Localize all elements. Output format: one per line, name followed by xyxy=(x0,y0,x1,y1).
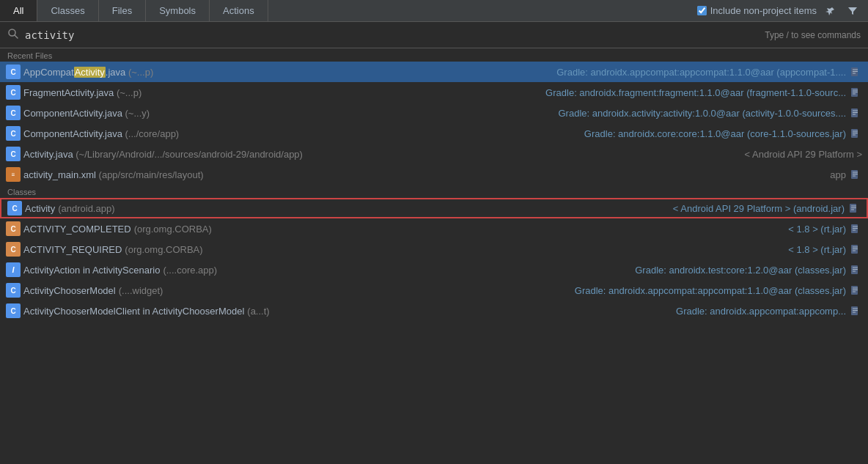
include-non-project-text: Include non-project items xyxy=(710,5,817,16)
result-package: (android.app) xyxy=(58,203,114,214)
result-row[interactable]: C ActivityChooserModelClient in Activity… xyxy=(0,301,868,321)
result-package: (....core.app) xyxy=(163,265,217,276)
result-location: Gradle: androidx.activity:activity:1.0.0… xyxy=(552,108,846,119)
result-name: AppCompatActivity.java (~...p) xyxy=(23,67,153,78)
result-location: Gradle: androidx.appcompat:appcompat:1.1… xyxy=(569,285,846,296)
result-row[interactable]: C ComponentActivity.java (.../core/app) … xyxy=(0,123,868,144)
tab-all[interactable]: All xyxy=(0,0,37,21)
file-icon xyxy=(849,108,862,118)
tab-spacer xyxy=(268,0,690,21)
result-icon: C xyxy=(6,147,21,161)
result-name: Activity.java (~/Library/Android/.../sou… xyxy=(23,149,303,160)
result-package: (org.omg.CORBA) xyxy=(134,224,212,235)
result-icon: C xyxy=(7,201,22,216)
tab-symbols[interactable]: Symbols xyxy=(146,0,210,21)
result-name: ComponentActivity.java (.../core/app) xyxy=(23,128,179,139)
file-icon xyxy=(849,306,862,316)
result-name: FragmentActivity.java (~...p) xyxy=(23,87,141,98)
result-location: app xyxy=(824,169,846,180)
result-row[interactable]: ≡ activity_main.xml (app/src/main/res/la… xyxy=(0,164,868,185)
file-icon xyxy=(849,285,862,295)
result-name: ActivityAction in ActivityScenario xyxy=(23,265,160,276)
result-icon: C xyxy=(6,221,21,236)
result-icon: ≡ xyxy=(6,167,21,182)
result-row[interactable]: C AppCompatActivity.java (~...p) Gradle:… xyxy=(0,62,868,82)
result-row[interactable]: C ActivityChooserModel (....widget) Grad… xyxy=(0,280,868,301)
tab-options: Include non-project items xyxy=(690,0,868,21)
svg-line-1 xyxy=(15,35,18,38)
search-icon xyxy=(7,28,19,42)
result-row[interactable]: I ActivityAction in ActivityScenario (..… xyxy=(0,259,868,280)
result-name: ActivityChooserModelClient in ActivityCh… xyxy=(23,306,244,317)
result-row[interactable]: C ACTIVITY_COMPLETED (org.omg.CORBA) < 1… xyxy=(0,218,868,239)
result-location: < Android API 29 Platform > (android.jar… xyxy=(667,203,845,214)
result-name: ComponentActivity.java (~...y) xyxy=(23,108,150,119)
tab-bar: All Classes Files Symbols Actions Includ… xyxy=(0,0,868,22)
search-hint: Type / to see commands xyxy=(765,30,861,40)
result-row[interactable]: C Activity (android.app) < Android API 2… xyxy=(0,198,868,218)
result-icon: I xyxy=(6,262,21,277)
result-location: Gradle: androidx.core:core:1.1.0@aar (co… xyxy=(578,128,846,139)
result-location: Gradle: androidx.appcompat:appcomp... xyxy=(670,306,846,317)
tab-actions[interactable]: Actions xyxy=(210,0,268,21)
result-icon: C xyxy=(6,303,21,318)
result-icon: C xyxy=(6,283,21,298)
result-row[interactable]: C FragmentActivity.java (~...p) Gradle: … xyxy=(0,82,868,103)
tab-classes[interactable]: Classes xyxy=(37,0,98,21)
tab-files[interactable]: Files xyxy=(99,0,146,21)
section-classes: Classes xyxy=(0,185,868,198)
result-name: ACTIVITY_COMPLETED xyxy=(23,224,131,235)
file-icon xyxy=(849,128,862,139)
result-location: Gradle: androidx.fragment:fragment:1.1.0… xyxy=(540,87,846,98)
pin-button[interactable] xyxy=(823,4,839,18)
file-icon xyxy=(847,203,861,213)
result-location: < 1.8 > (rt.jar) xyxy=(782,244,846,255)
result-location: Gradle: androidx.test:core:1.2.0@aar (cl… xyxy=(629,265,846,276)
section-recent-files: Recent Files xyxy=(0,48,868,62)
search-input[interactable]: activity xyxy=(25,29,759,41)
result-package: (a...t) xyxy=(247,306,269,317)
filter-button[interactable] xyxy=(845,4,861,18)
result-icon: C xyxy=(6,65,21,79)
result-icon: C xyxy=(6,106,21,120)
result-name: activity_main.xml (app/src/main/res/layo… xyxy=(23,169,204,180)
result-location: < 1.8 > (rt.jar) xyxy=(782,224,846,235)
file-icon xyxy=(849,244,862,254)
file-icon xyxy=(849,67,862,77)
result-package: (org.omg.CORBA) xyxy=(125,244,202,255)
result-name: ACTIVITY_REQUIRED xyxy=(23,244,122,255)
result-name: ActivityChooserModel xyxy=(23,285,116,296)
file-icon xyxy=(849,87,862,97)
result-icon: C xyxy=(6,242,21,257)
result-package: (....widget) xyxy=(119,285,163,296)
results-list: Recent Files C AppCompatActivity.java (~… xyxy=(0,48,868,463)
include-non-project-label[interactable]: Include non-project items xyxy=(697,5,817,16)
result-icon: C xyxy=(6,126,21,141)
result-location: < Android API 29 Platform > xyxy=(739,149,862,160)
result-icon: C xyxy=(6,85,21,100)
result-location: Gradle: androidx.appcompat:appcompat:1.1… xyxy=(551,67,846,78)
include-non-project-checkbox[interactable] xyxy=(697,6,707,15)
result-row[interactable]: C ACTIVITY_REQUIRED (org.omg.CORBA) < 1.… xyxy=(0,239,868,259)
search-bar: activity Type / to see commands xyxy=(0,22,868,48)
result-row[interactable]: C Activity.java (~/Library/Android/.../s… xyxy=(0,144,868,164)
file-icon xyxy=(849,224,862,234)
result-name: Activity xyxy=(25,203,55,214)
file-icon xyxy=(849,265,862,275)
result-row[interactable]: C ComponentActivity.java (~...y) Gradle:… xyxy=(0,103,868,123)
file-icon xyxy=(849,169,862,180)
